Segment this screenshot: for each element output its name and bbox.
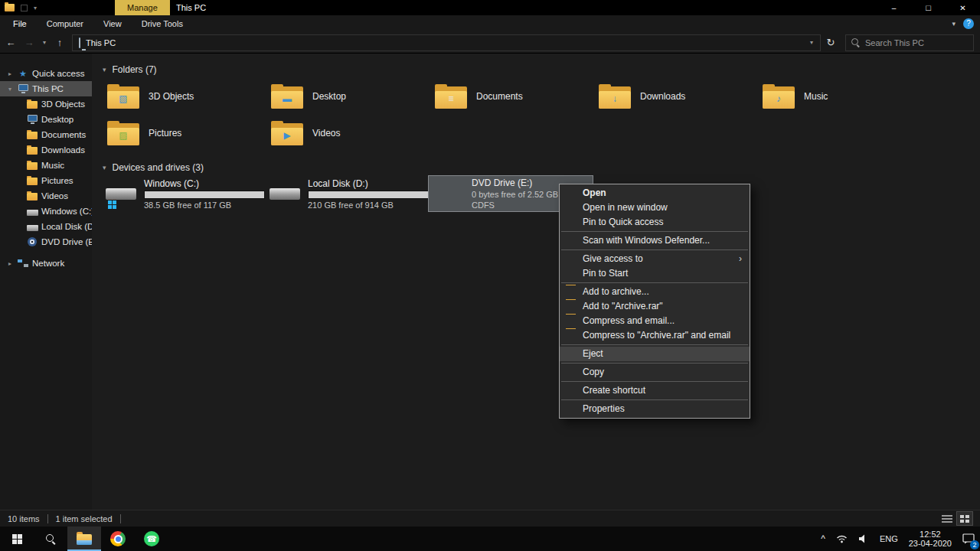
sidebar-item-dvd-drive-e[interactable]: DVD Drive (E:) Ch: [0, 234, 92, 249]
sidebar-item-desktop[interactable]: Desktop: [0, 112, 92, 127]
menu-separator: [561, 249, 748, 250]
refresh-button[interactable]: [821, 37, 841, 48]
sidebar-item-documents[interactable]: Documents: [0, 127, 92, 142]
menu-item-copy[interactable]: Copy: [560, 365, 750, 380]
taskbar-search-button[interactable]: [34, 527, 67, 551]
qat-properties-icon[interactable]: [21, 5, 28, 11]
tab-file[interactable]: File: [3, 15, 37, 32]
recent-locations-chevron-icon[interactable]: [38, 39, 51, 46]
menu-item-compress-and-email[interactable]: Compress and email...: [560, 314, 750, 328]
breadcrumb-location[interactable]: This PC: [86, 38, 116, 47]
folder-tile-desktop[interactable]: Desktop: [265, 78, 429, 115]
menu-item-label: Compress and email...: [583, 315, 675, 326]
menu-item-eject[interactable]: Eject: [560, 347, 750, 361]
menu-item-label: Add to "Archive.rar": [583, 301, 663, 311]
folder-tile-3d-objects[interactable]: 3D Objects: [101, 78, 265, 115]
drive-tile-windows-c[interactable]: Windows (C:) 38.5 GB free of 117 GB: [101, 176, 265, 211]
language-indicator[interactable]: ENG: [874, 527, 903, 551]
menu-item-create-shortcut[interactable]: Create shortcut: [560, 383, 750, 398]
sidebar-item-local-disk-d[interactable]: Local Disk (D:): [0, 219, 92, 234]
ribbon-right-controls: [952, 18, 980, 29]
network-tray-icon[interactable]: [831, 527, 853, 551]
sidebar-item-network[interactable]: Network: [0, 256, 92, 271]
folders-grid: 3D Objects Desktop Documents Downloads M…: [101, 78, 980, 152]
tab-view[interactable]: View: [93, 15, 132, 32]
menu-item-give-access-to[interactable]: Give access to: [560, 252, 750, 266]
folder-tile-music[interactable]: Music: [756, 78, 920, 115]
title-bar[interactable]: Manage This PC: [0, 0, 980, 15]
folder-tile-videos[interactable]: Videos: [265, 115, 429, 152]
close-button[interactable]: [946, 0, 980, 15]
expand-ribbon-chevron-icon[interactable]: [952, 20, 956, 28]
file-list-area[interactable]: Folders (7) 3D Objects Desktop Documents…: [92, 54, 980, 510]
taskbar-file-explorer-button[interactable]: [67, 527, 101, 551]
tab-drive-tools[interactable]: Drive Tools: [132, 15, 193, 32]
maximize-button[interactable]: [911, 0, 946, 15]
address-bar[interactable]: This PC: [72, 34, 821, 51]
group-header-label: Folders (7): [113, 64, 157, 75]
search-icon: [45, 533, 57, 545]
action-center-button[interactable]: 2: [957, 527, 980, 551]
sidebar-item-label: Music: [41, 161, 64, 170]
up-button[interactable]: [51, 37, 69, 48]
sidebar-item-quick-access[interactable]: Quick access: [0, 66, 92, 81]
volume-tray-icon[interactable]: [853, 527, 874, 551]
whatsapp-icon: [144, 531, 159, 546]
sidebar-item-pictures[interactable]: Pictures: [0, 173, 92, 188]
start-button[interactable]: [0, 527, 34, 551]
drives-group-header[interactable]: Devices and drives (3): [103, 162, 980, 173]
search-box[interactable]: [845, 34, 974, 51]
chevron-right-icon[interactable]: [6, 70, 14, 77]
details-view-button[interactable]: [939, 512, 955, 525]
folders-group-header[interactable]: Folders (7): [103, 64, 980, 75]
menu-item-open-in-new-window[interactable]: Open in new window: [560, 201, 750, 215]
menu-item-pin-to-quick-access[interactable]: Pin to Quick access: [560, 215, 750, 230]
breadcrumb[interactable]: This PC: [73, 38, 122, 47]
minimize-button[interactable]: [877, 0, 911, 15]
sidebar-item-music[interactable]: Music: [0, 158, 92, 173]
menu-item-compress-to-archive-rar-and-email[interactable]: Compress to "Archive.rar" and email: [560, 328, 750, 343]
sidebar-item-videos[interactable]: Videos: [0, 188, 92, 204]
chevron-down-icon[interactable]: [103, 164, 106, 171]
submenu-arrow-icon: [739, 252, 742, 266]
menu-item-add-to-archive[interactable]: Add to archive...: [560, 285, 750, 299]
sidebar-item-label: Windows (C:): [41, 207, 92, 216]
chevron-right-icon[interactable]: [6, 260, 14, 267]
address-dropdown-chevron-icon[interactable]: [803, 39, 820, 46]
sidebar-item-label: Desktop: [41, 115, 74, 124]
chevron-down-icon[interactable]: [6, 86, 14, 93]
qat-customize-chevron-icon[interactable]: [34, 5, 37, 11]
sidebar-item-windows-c[interactable]: Windows (C:): [0, 204, 92, 219]
taskbar-whatsapp-button[interactable]: [135, 527, 168, 551]
navigation-bar: This PC: [0, 32, 980, 54]
chevron-down-icon[interactable]: [103, 66, 106, 73]
menu-item-pin-to-start[interactable]: Pin to Start: [560, 266, 750, 281]
taskbar-chrome-button[interactable]: [101, 527, 135, 551]
menu-item-open[interactable]: Open: [560, 186, 750, 201]
search-input[interactable]: [865, 38, 974, 47]
help-icon[interactable]: [963, 18, 974, 29]
menu-item-scan-with-windows-defender[interactable]: Scan with Windows Defender...: [560, 233, 750, 248]
manage-contextual-tab[interactable]: Manage: [115, 0, 170, 15]
back-button[interactable]: [2, 37, 20, 48]
view-toggles: [939, 512, 972, 525]
menu-item-properties[interactable]: Properties: [560, 402, 750, 416]
drive-capacity-bar: [308, 191, 429, 199]
sidebar-item-this-pc[interactable]: This PC: [0, 81, 92, 96]
drive-capacity-bar: [144, 191, 265, 199]
menu-separator: [561, 363, 748, 364]
folder-name: Documents: [476, 91, 523, 102]
folder-tile-documents[interactable]: Documents: [429, 78, 593, 115]
folder-tile-downloads[interactable]: Downloads: [593, 78, 756, 115]
wifi-icon: [836, 534, 848, 543]
menu-item-add-to-archive-rar[interactable]: Add to "Archive.rar": [560, 299, 750, 314]
drive-tile-local-disk-d[interactable]: Local Disk (D:) 210 GB free of 914 GB: [265, 176, 429, 211]
sidebar-item-downloads[interactable]: Downloads: [0, 142, 92, 158]
large-icons-view-button[interactable]: [957, 512, 972, 525]
folder-tile-pictures[interactable]: Pictures: [101, 115, 265, 152]
tray-clock[interactable]: 12:52 23-04-2020: [903, 527, 957, 551]
forward-button[interactable]: [20, 37, 38, 48]
sidebar-item-3d-objects[interactable]: 3D Objects: [0, 96, 92, 112]
show-hidden-icons-chevron-icon[interactable]: [815, 527, 831, 551]
tab-computer[interactable]: Computer: [37, 15, 93, 32]
